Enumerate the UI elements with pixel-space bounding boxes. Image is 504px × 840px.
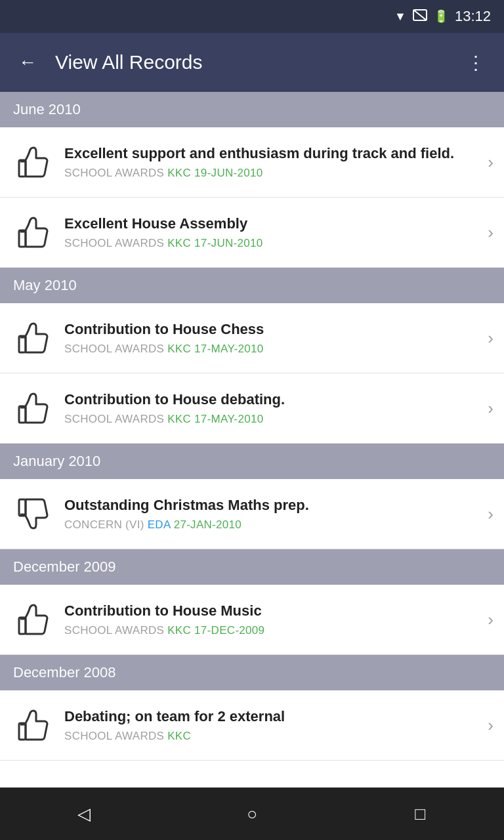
bottom-navigation: ◁ ○ □: [0, 788, 504, 840]
chevron-right-icon: ›: [488, 152, 494, 173]
thumbs-up-icon: [10, 209, 56, 255]
item-content: Excellent support and enthusiasm during …: [56, 144, 488, 180]
section-header-december-2009: December 2009: [0, 549, 504, 585]
item-badge: KKC: [167, 237, 191, 249]
chevron-right-icon: ›: [488, 222, 494, 243]
records-list: June 2010 Excellent support and enthusia…: [0, 92, 504, 788]
nav-home-button[interactable]: ○: [226, 794, 278, 833]
chevron-right-icon: ›: [488, 398, 494, 419]
status-bar: ▼ 🔋 13:12: [0, 0, 504, 33]
item-badge: EDA: [148, 518, 171, 531]
thumbs-up-icon: [10, 597, 56, 642]
item-subtitle: SCHOOL AWARDS KKC 19-JUN-2010: [64, 167, 480, 180]
chevron-right-icon: ›: [488, 328, 494, 348]
item-badge: KKC: [167, 167, 191, 179]
signal-icon: [413, 9, 427, 24]
nav-recents-button[interactable]: □: [394, 794, 446, 833]
item-title: Contribution to House Chess: [64, 320, 480, 339]
list-item[interactable]: Debating; on team for 2 external SCHOOL …: [0, 690, 504, 761]
list-item[interactable]: Excellent House Assembly SCHOOL AWARDS K…: [0, 198, 504, 268]
svg-rect-8: [19, 723, 26, 740]
item-title: Contribution to House Music: [64, 602, 480, 621]
item-subtitle: SCHOOL AWARDS KKC 17-JUN-2010: [64, 237, 480, 250]
item-content: Outstanding Christmas Maths prep. CONCER…: [56, 496, 488, 532]
item-badge: KKC: [167, 343, 191, 355]
thumbs-up-icon: [10, 139, 56, 185]
item-subtitle: SCHOOL AWARDS KKC 17-MAY-2010: [64, 343, 480, 356]
item-subtitle: SCHOOL AWARDS KKC 17-DEC-2009: [64, 624, 480, 637]
page-title: View All Records: [55, 51, 448, 74]
svg-rect-7: [19, 618, 26, 634]
item-subtitle: SCHOOL AWARDS KKC: [64, 730, 480, 743]
status-icons: ▼ 🔋 13:12: [394, 8, 491, 25]
overflow-menu-button[interactable]: ⋮: [461, 47, 491, 79]
list-item[interactable]: Contribution to House Chess SCHOOL AWARD…: [0, 303, 504, 373]
status-time: 13:12: [455, 8, 491, 25]
item-title: Outstanding Christmas Maths prep.: [64, 496, 480, 515]
item-content: Debating; on team for 2 external SCHOOL …: [56, 707, 488, 744]
section-header-may-2010: May 2010: [0, 268, 504, 303]
section-label: December 2008: [13, 664, 116, 681]
item-title: Excellent House Assembly: [64, 215, 480, 234]
item-title: Debating; on team for 2 external: [64, 707, 480, 726]
item-content: Contribution to House Chess SCHOOL AWARD…: [56, 320, 488, 356]
battery-icon: 🔋: [434, 9, 448, 24]
thumbs-up-icon: [10, 315, 56, 361]
svg-line-1: [413, 10, 427, 20]
item-content: Contribution to House debating. SCHOOL A…: [56, 390, 488, 427]
nav-back-button[interactable]: ◁: [58, 794, 110, 833]
item-subtitle: CONCERN (VI) EDA 27-JAN-2010: [64, 518, 480, 532]
section-header-june-2010: June 2010: [0, 92, 504, 127]
svg-rect-3: [19, 230, 26, 247]
chevron-right-icon: ›: [488, 715, 494, 736]
item-subtitle: SCHOOL AWARDS KKC 17-MAY-2010: [64, 413, 480, 426]
item-content: Contribution to House Music SCHOOL AWARD…: [56, 602, 488, 638]
item-badge: KKC: [167, 624, 191, 637]
section-header-december-2008: December 2008: [0, 655, 504, 690]
list-item[interactable]: Contribution to House debating. SCHOOL A…: [0, 373, 504, 444]
list-item[interactable]: Excellent support and enthusiasm during …: [0, 127, 504, 198]
chevron-right-icon: ›: [488, 504, 494, 524]
item-content: Excellent House Assembly SCHOOL AWARDS K…: [56, 215, 488, 251]
section-label: January 2010: [13, 453, 100, 469]
thumbs-down-icon: [10, 491, 56, 537]
wifi-icon: ▼: [394, 10, 406, 24]
list-item[interactable]: Outstanding Christmas Maths prep. CONCER…: [0, 479, 504, 549]
item-title: Contribution to House debating.: [64, 390, 480, 410]
section-label: June 2010: [13, 101, 81, 117]
thumbs-up-icon: [10, 385, 56, 431]
section-header-january-2010: January 2010: [0, 444, 504, 479]
svg-rect-5: [19, 406, 26, 423]
svg-rect-6: [19, 499, 26, 516]
item-badge: KKC: [167, 413, 191, 425]
chevron-right-icon: ›: [488, 610, 494, 630]
back-button[interactable]: ←: [13, 47, 42, 78]
svg-rect-4: [19, 336, 26, 352]
item-title: Excellent support and enthusiasm during …: [64, 144, 480, 163]
item-badge: KKC: [167, 730, 191, 742]
svg-rect-2: [19, 160, 26, 177]
thumbs-up-icon: [10, 702, 56, 748]
list-item[interactable]: Contribution to House Music SCHOOL AWARD…: [0, 585, 504, 655]
app-bar: ← View All Records ⋮: [0, 33, 504, 92]
section-label: May 2010: [13, 277, 77, 293]
section-label: December 2009: [13, 558, 116, 575]
